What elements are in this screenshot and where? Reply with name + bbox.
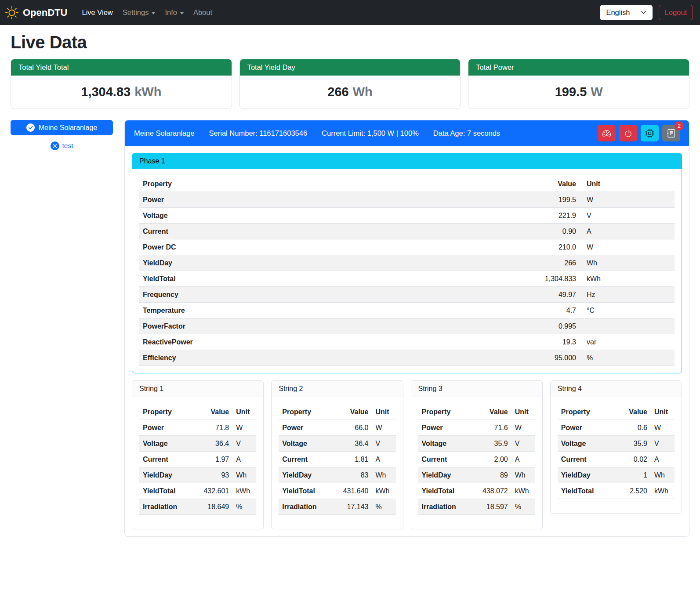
string-table-header-row: PropertyValueUnit bbox=[139, 404, 256, 420]
speedometer-icon bbox=[602, 129, 611, 137]
unit-cell: V bbox=[583, 208, 675, 224]
summary-card-body: 199.5W bbox=[468, 76, 689, 109]
summary-card-value: 199.5 bbox=[555, 85, 587, 99]
value-cell: 35.9 bbox=[475, 436, 511, 452]
table-row: Power0.6W bbox=[558, 420, 675, 436]
summary-cards-row: Total Yield Total1,304.83kWhTotal Yield … bbox=[11, 59, 689, 109]
value-cell: 1.97 bbox=[196, 452, 232, 467]
property-cell: Voltage bbox=[139, 436, 196, 452]
nav-item-settings[interactable]: Settings bbox=[118, 5, 160, 20]
table-row: PowerFactor0.995 bbox=[139, 318, 675, 334]
nav-links: Live ViewSettingsInfoAbout bbox=[77, 5, 217, 20]
value-cell: 93 bbox=[196, 467, 232, 483]
unit-cell: V bbox=[511, 436, 535, 452]
unit-cell: V bbox=[232, 436, 256, 452]
unit-cell: Wh bbox=[651, 467, 675, 483]
value-cell: 199.5 bbox=[533, 192, 583, 208]
value-cell: 2.520 bbox=[614, 483, 651, 499]
sun-icon bbox=[5, 6, 18, 19]
table-row: Irradiation18.597% bbox=[418, 499, 535, 515]
dropdown-caret-icon bbox=[152, 12, 155, 14]
nav-item-label: Info bbox=[165, 8, 177, 17]
content-row: Meine Solaranlage test Meine Solaranlage… bbox=[11, 120, 689, 542]
value-cell: 83 bbox=[335, 467, 372, 483]
inverter-limit: Current Limit: 1,500 W | 100% bbox=[322, 129, 419, 137]
value-cell: 36.4 bbox=[335, 436, 372, 452]
string-table-header-row: PropertyValueUnit bbox=[558, 404, 675, 420]
x-circle-icon bbox=[51, 141, 59, 150]
value-cell: 221.9 bbox=[533, 208, 583, 224]
nav-item-live-view[interactable]: Live View bbox=[77, 5, 117, 20]
unit-cell: % bbox=[232, 499, 256, 515]
phase-panel-title: Phase 1 bbox=[132, 153, 682, 169]
logout-button[interactable]: Logout bbox=[659, 5, 693, 20]
value-cell: 432.601 bbox=[196, 483, 232, 499]
property-cell: Power bbox=[139, 192, 533, 208]
property-cell: Voltage bbox=[418, 436, 475, 452]
value-cell: 0.02 bbox=[614, 452, 651, 467]
power-icon bbox=[624, 129, 632, 137]
summary-card-total-power: Total Power199.5W bbox=[468, 59, 689, 109]
power-button[interactable] bbox=[619, 125, 637, 141]
table-row: YieldDay89Wh bbox=[418, 467, 535, 483]
inverter-select-button-meine-solaranlage[interactable]: Meine Solaranlage bbox=[11, 120, 113, 135]
unit-cell: W bbox=[583, 239, 675, 255]
string-card-title: String 4 bbox=[551, 381, 682, 397]
language-select[interactable]: English bbox=[600, 5, 652, 20]
dropdown-caret-icon bbox=[180, 12, 184, 14]
inverter-select-label: Meine Solaranlage bbox=[39, 124, 97, 132]
value-cell: 2.00 bbox=[475, 452, 511, 467]
property-cell: YieldTotal bbox=[139, 271, 533, 287]
summary-card-body: 1,304.83kWh bbox=[11, 76, 232, 109]
limit-settings-button[interactable] bbox=[598, 125, 616, 141]
unit-cell: % bbox=[583, 350, 675, 366]
column-header-value: Value bbox=[196, 404, 232, 420]
unit-cell: A bbox=[372, 452, 396, 467]
unit-cell: var bbox=[583, 334, 675, 350]
nav-item-about[interactable]: About bbox=[189, 5, 217, 20]
column-header-unit: Unit bbox=[651, 404, 675, 420]
value-cell: 1.81 bbox=[335, 452, 372, 467]
property-cell: Current bbox=[558, 452, 614, 467]
brand[interactable]: OpenDTU bbox=[5, 6, 67, 19]
brand-label: OpenDTU bbox=[23, 7, 67, 18]
column-header-unit: Unit bbox=[511, 404, 535, 420]
cpu-icon bbox=[646, 129, 654, 137]
page-title: Live Data bbox=[11, 33, 689, 52]
event-log-button[interactable]: 2 bbox=[662, 125, 680, 141]
table-row: Power66.0W bbox=[279, 420, 395, 436]
device-info-button[interactable] bbox=[641, 125, 659, 141]
table-row: Efficiency95.000% bbox=[139, 350, 675, 366]
check-circle-icon bbox=[26, 123, 35, 132]
inverter-name: Meine Solaranlage bbox=[134, 129, 195, 137]
table-row: Current0.90A bbox=[139, 224, 675, 239]
property-cell: Efficiency bbox=[139, 350, 533, 366]
string-table: PropertyValueUnitPower0.6WVoltage35.9VCu… bbox=[558, 404, 675, 499]
column-header-property: Property bbox=[279, 404, 335, 420]
column-header-value: Value bbox=[335, 404, 372, 420]
table-row: ReactivePower19.3var bbox=[139, 334, 675, 350]
value-cell: 266 bbox=[533, 255, 583, 271]
inverter-toolbar: 2 bbox=[598, 125, 680, 141]
table-row: Voltage36.4V bbox=[279, 436, 395, 452]
column-header-value: Value bbox=[533, 176, 583, 192]
unit-cell: kWh bbox=[372, 483, 396, 499]
value-cell: 18.649 bbox=[196, 499, 232, 515]
property-cell: YieldTotal bbox=[558, 483, 614, 499]
value-cell: 66.0 bbox=[335, 420, 372, 436]
string-table-header-row: PropertyValueUnit bbox=[279, 404, 395, 420]
column-header-property: Property bbox=[139, 176, 533, 192]
string-card-string-3: String 3PropertyValueUnitPower71.6WVolta… bbox=[411, 380, 543, 529]
unit-cell: V bbox=[651, 436, 675, 452]
summary-card-value: 266 bbox=[327, 85, 348, 99]
table-row: YieldDay93Wh bbox=[139, 467, 256, 483]
nav-item-label: Live View bbox=[82, 8, 112, 17]
table-row: Irradiation17.143% bbox=[279, 499, 395, 515]
nav-item-info[interactable]: Info bbox=[160, 5, 189, 20]
phase-table: Property Value Unit Power199.5WVoltage22… bbox=[139, 176, 675, 366]
unit-cell: kWh bbox=[583, 271, 675, 287]
inverter-select-button-test[interactable]: test bbox=[11, 141, 113, 150]
property-cell: Irradiation bbox=[418, 499, 475, 515]
unit-cell: % bbox=[511, 499, 535, 515]
unit-cell: % bbox=[372, 499, 396, 515]
